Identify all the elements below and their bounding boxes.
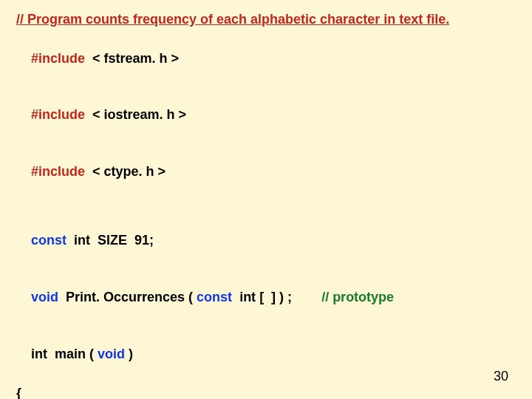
proto-rest: [ ] ) ; <box>256 290 321 304</box>
main-name: main ( <box>47 347 98 361</box>
brace-open: { <box>16 384 516 399</box>
include-header: < ctype. h > <box>92 164 166 179</box>
include-line-3: #include < ctype. h > <box>16 145 516 199</box>
main-rest: ) <box>125 347 133 361</box>
const-line: const int SIZE 91; <box>16 214 516 267</box>
const-keyword: const <box>31 233 74 248</box>
include-header: < fstream. h > <box>92 51 179 66</box>
include-header: < iostream. h > <box>92 107 186 122</box>
spacer <box>16 202 516 211</box>
const-keyword: const <box>197 290 239 304</box>
main-line: int main ( void ) <box>16 327 516 381</box>
page-number: 30 <box>494 369 508 384</box>
void-keyword: void <box>98 347 125 361</box>
prototype-line: void Print. Occurrences ( const int [ ] … <box>16 270 516 324</box>
comment: // prototype <box>321 290 394 304</box>
include-keyword: #include <box>31 164 92 179</box>
type-int: int <box>239 290 256 304</box>
void-keyword: void <box>31 290 58 304</box>
type-int: int <box>31 347 47 361</box>
proto-name: Print. Occurrences ( <box>58 290 197 304</box>
include-line-1: #include < fstream. h > <box>16 31 516 85</box>
include-line-2: #include < iostream. h > <box>16 88 516 142</box>
include-keyword: #include <box>31 51 92 66</box>
code-slide: // Program counts frequency of each alph… <box>0 0 532 399</box>
const-rest: SIZE 91; <box>90 233 154 248</box>
title-comment: // Program counts frequency of each alph… <box>16 10 516 28</box>
include-keyword: #include <box>31 107 92 122</box>
type-int: int <box>74 233 90 248</box>
